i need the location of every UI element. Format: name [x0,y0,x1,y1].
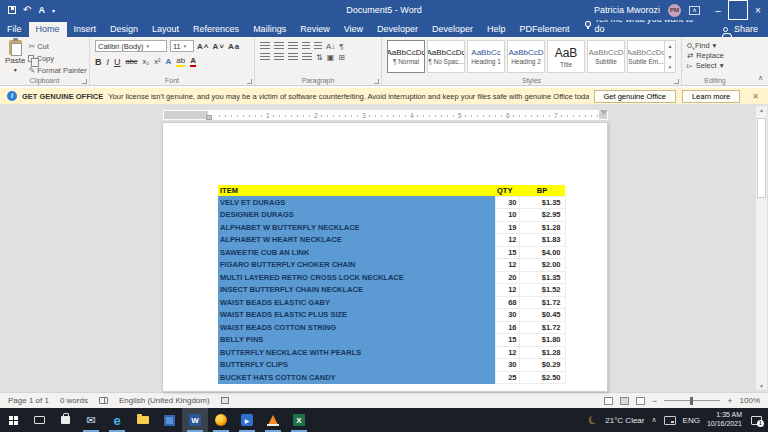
style--normal[interactable]: AaBbCcDc¶ Normal [387,40,425,73]
macro-record-icon[interactable] [221,397,229,404]
table-row[interactable]: WAIST BEADS ELASTIC GABY68$1.72 [218,296,565,309]
learn-more-button[interactable]: Learn more [682,90,740,103]
web-layout-icon[interactable] [636,397,645,405]
tab-pdfelement[interactable]: PDFelement [513,22,577,37]
avatar[interactable]: PM [668,4,681,17]
font-name-combo[interactable]: Calibri (Body)▾ [95,40,167,52]
cell-bp[interactable]: $1.52 [519,284,565,297]
weather-moon-icon[interactable]: ☾ [586,412,600,428]
minimize-button[interactable]: – [708,0,728,20]
clipboard-dialog-launcher[interactable] [82,79,87,84]
zoom-slider[interactable] [664,400,720,401]
vertical-scrollbar[interactable]: ▲ ▼ [756,106,767,390]
cell-item[interactable]: WAIST BEADS COTTON STRING [218,321,495,334]
cell-bp[interactable]: $1.28 [519,221,565,234]
text-effects-button[interactable]: A [166,57,172,66]
cell-item[interactable]: BUTTERFLY CLIPS [218,359,495,372]
action-center-icon[interactable]: 1 [751,416,762,425]
table-row[interactable]: DESIGNER DURAGS10$2.95 [218,209,565,222]
cell-item[interactable]: SAWEETIE CUB AN LINK [218,246,495,259]
cell-bp[interactable]: $2.50 [519,371,565,384]
store-icon[interactable] [52,408,78,432]
touch-keyboard-icon[interactable] [664,416,676,425]
cell-item[interactable]: VELV ET DURAGS [218,196,495,209]
cell-bp[interactable]: $1.72 [519,296,565,309]
cell-bp[interactable]: $2.00 [519,259,565,272]
cell-qty[interactable]: 68 [495,296,519,309]
language-indicator[interactable]: English (United Kingdom) [119,396,210,405]
align-left-icon[interactable] [260,53,270,62]
table-row[interactable]: BUTTERFLY CLIPS30$0.29 [218,359,565,372]
cell-item[interactable]: FIGARO BUTTERFLY CHOKER CHAIN [218,259,495,272]
table-row[interactable]: ALPHABET W HEART NECKLACE12$1.83 [218,234,565,247]
shading-icon[interactable]: ▣ [327,53,335,62]
cell-item[interactable]: MULTI LAYERED RETRO CROSS LOCK NECKLACE [218,271,495,284]
cell-qty[interactable]: 10 [495,209,519,222]
replace-button[interactable]: ⇄Replace [687,51,743,60]
table-row[interactable]: BUTTERFLY NECKLACE WITH PEARLS12$1.28 [218,346,565,359]
copy-button[interactable]: Copy [28,54,86,63]
tab-layout[interactable]: Layout [145,22,186,37]
scrollbar-thumb[interactable] [757,118,766,198]
close-button[interactable]: × [748,0,768,20]
collapse-ribbon-icon[interactable]: ∧ [758,74,763,82]
table-header-row[interactable]: ITEMQTYBP [218,185,565,196]
cell-bp[interactable]: $1.28 [519,346,565,359]
cell-item[interactable]: BUTTERFLY NECKLACE WITH PEARLS [218,346,495,359]
banner-close-icon[interactable]: ✕ [752,92,759,101]
font-size-combo[interactable]: 11▾ [170,40,194,52]
zoom-level[interactable]: 100% [740,396,760,405]
subscript-button[interactable]: x₂ [143,57,150,66]
font-color-button[interactable]: A [190,56,196,67]
taskview-icon[interactable] [26,408,52,432]
photos-icon[interactable] [156,408,182,432]
tab-design[interactable]: Design [103,22,145,37]
highlight-color-button[interactable]: ab [176,56,185,67]
table-row[interactable]: WAIST BEADS ELASTIC PLUS SIZE30$0.45 [218,309,565,322]
table-row[interactable]: BELLY PINS15$1.80 [218,334,565,347]
table-row[interactable]: SAWEETIE CUB AN LINK15$4.00 [218,246,565,259]
indent-marker[interactable] [206,115,212,120]
word-count[interactable]: 0 words [60,396,88,405]
cut-button[interactable]: ✂Cut [28,42,86,51]
cell-bp[interactable]: $1.35 [519,196,565,209]
table-row[interactable]: BUCKET HATS COTTON CANDY25$2.50 [218,371,565,384]
cell-item[interactable]: BELLY PINS [218,334,495,347]
align-right-icon[interactable] [288,53,298,62]
cell-qty[interactable]: 30 [495,309,519,322]
cell-bp[interactable]: $0.45 [519,309,565,322]
cell-item[interactable]: WAIST BEADS ELASTIC PLUS SIZE [218,309,495,322]
cell-qty[interactable]: 30 [495,196,519,209]
style-title[interactable]: AaBTitle [547,40,585,73]
proofing-icon[interactable] [99,397,108,404]
edge-icon[interactable]: e [104,408,130,432]
cell-item[interactable]: ALPHABET W HEART NECKLACE [218,234,495,247]
print-layout-icon[interactable] [620,397,629,405]
cell-bp[interactable]: $1.80 [519,334,565,347]
vlc-icon[interactable] [260,408,286,432]
align-center-icon[interactable] [274,53,284,62]
styles-scroll[interactable]: ▲▼▾ [665,40,676,73]
restore-button[interactable] [728,0,748,20]
explorer-icon[interactable] [130,408,156,432]
strikethrough-button[interactable]: abc [126,57,138,66]
cell-item[interactable]: INSECT BUTTERFLY CHAIN NECKLACE [218,284,495,297]
cell-bp[interactable]: $1.72 [519,321,565,334]
scroll-down-icon[interactable]: ▼ [756,383,767,389]
cell-qty[interactable]: 30 [495,359,519,372]
excel-icon[interactable]: X [286,408,312,432]
increase-indent-icon[interactable] [314,42,322,51]
bullets-icon[interactable] [260,42,270,51]
font-dialog-launcher[interactable] [247,79,252,84]
style-heading-2[interactable]: AaBbCcDHeading 2 [507,40,545,73]
borders-icon[interactable]: ⊞ [338,53,345,62]
save-icon[interactable] [8,6,16,14]
cell-bp[interactable]: $0.29 [519,359,565,372]
ribbon-display-options-icon[interactable]: ∧ [689,6,700,15]
cell-item[interactable]: ALPHABET W BUTTERFLY NECKLACE [218,221,495,234]
table-row[interactable]: ALPHABET W BUTTERFLY NECKLACE19$1.28 [218,221,565,234]
sort-icon[interactable]: A↓ [326,42,335,51]
right-indent-marker[interactable] [600,110,608,115]
tab-review[interactable]: Review [293,22,337,37]
cell-qty[interactable]: 20 [495,271,519,284]
